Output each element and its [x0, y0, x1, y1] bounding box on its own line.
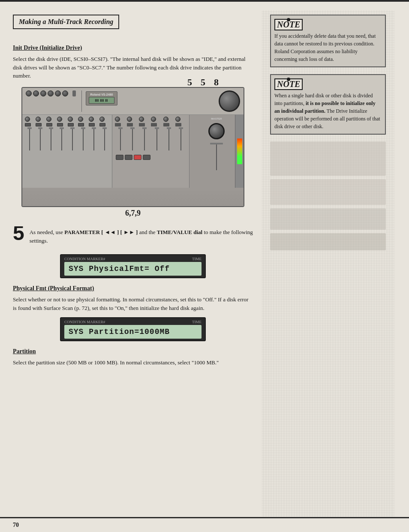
fader-strip-2 — [151, 127, 162, 150]
knob-5 — [55, 90, 61, 96]
ch-knob — [78, 117, 83, 122]
lcd-top-right-2: TIME — [192, 320, 201, 324]
channel-section-2 — [112, 115, 189, 188]
lcd-top-right-1: TIME — [192, 257, 201, 261]
btn2 — [175, 123, 181, 126]
fader-strip — [99, 127, 109, 150]
partition-heading: Partition — [13, 348, 253, 355]
fader-strip — [89, 127, 99, 150]
lcd-display-2: CONDITION MARKER# TIME SYS Partition=100… — [60, 317, 206, 341]
roland-corp-text: Roland Corporation — [274, 48, 316, 54]
fader-track-2 — [144, 129, 145, 150]
play-btn — [125, 155, 132, 160]
fader-tracks-2 — [115, 127, 186, 150]
large-dial — [219, 90, 240, 112]
fader-strip — [25, 127, 35, 150]
ch-knob — [57, 117, 62, 122]
ch-knob — [68, 117, 73, 122]
callout-5b: 5 — [201, 77, 205, 88]
header-box: Making a Multi-Track Recording — [13, 15, 119, 29]
content-area: Making a Multi-Track Recording Init Driv… — [0, 2, 409, 517]
btn2 — [127, 123, 133, 126]
sidebar-deco-3 — [270, 208, 386, 230]
master-fader-track — [216, 144, 217, 170]
btn-row-2 — [115, 123, 186, 126]
bottom-area: 70 — [0, 517, 409, 532]
ch-knob-2 — [127, 117, 132, 122]
btn — [78, 123, 84, 126]
fader-strip-2 — [175, 127, 186, 150]
step5-block: 5 As needed, use PARAMETER [ ◄◄ ] [ ►► ]… — [13, 226, 253, 246]
fader-track — [29, 129, 30, 150]
timevalue-label: TIME/VALUE dial — [157, 229, 202, 235]
note-dot-1 — [287, 18, 290, 21]
sidebar-content: NOTE If you accidentally delete data tha… — [262, 10, 394, 517]
ch-knob — [36, 117, 41, 122]
lcd-readout-1: SYS PhysicalFmt= Off — [64, 262, 201, 276]
ch-knob-2 — [163, 117, 168, 122]
fader-track — [93, 129, 94, 150]
physical-fmt-heading: Physical Fmt (Physical Format) — [13, 285, 253, 292]
partition-body: Select the partition size (500 MB or 100… — [13, 358, 253, 367]
ch-knob-2 — [115, 117, 120, 122]
device-image: Roland VS-2480 ▌▌▌ ▌▌▌ ▌▌ — [21, 87, 244, 207]
divider-1 — [81, 90, 82, 112]
parameter-label: PARAMETER [ ◄◄ ] [ ►► ] — [64, 229, 138, 235]
btn — [57, 123, 63, 126]
device-face: Roland VS-2480 ▌▌▌ ▌▌▌ ▌▌ — [22, 88, 244, 206]
page-container: Making a Multi-Track Recording Init Driv… — [0, 0, 409, 532]
knob-3 — [40, 90, 46, 96]
step5-text: As needed, use PARAMETER [ ◄◄ ] [ ►► ] a… — [13, 228, 253, 246]
btn — [25, 123, 31, 126]
fader-strip — [68, 127, 78, 150]
lcd-readout-2: SYS Partition=1000MB — [64, 325, 201, 339]
note1-body: If you accidentally delete data that you… — [274, 32, 382, 63]
page-number: 70 — [13, 522, 19, 529]
sidebar-deco-1 — [270, 141, 386, 176]
top-knobs: Roland VS-2480 ▌▌▌ ▌▌▌ ▌▌ — [22, 88, 244, 115]
sidebar-deco-4 — [270, 233, 386, 250]
ch-knob-2 — [151, 117, 156, 122]
master-label: MASTER — [211, 117, 222, 120]
master-knob — [72, 90, 76, 96]
knob-4 — [48, 90, 54, 96]
fader-strip-2 — [163, 127, 174, 150]
callout-numbers-top: 5 5 8 — [187, 77, 219, 88]
fader-section — [22, 115, 112, 188]
note-box-2: NOTE When a single hard disk or other di… — [270, 74, 386, 135]
page-title: Making a Multi-Track Recording — [19, 18, 113, 25]
note-box-1: NOTE If you accidentally delete data tha… — [270, 15, 386, 67]
ch-knob-2 — [139, 117, 144, 122]
fader-strip — [46, 127, 56, 150]
btn — [68, 123, 74, 126]
note-label-1: NOTE — [274, 19, 303, 30]
knob-2 — [33, 90, 39, 96]
channel-knobs-row — [25, 117, 109, 122]
fader-track — [72, 129, 73, 150]
btn2 — [115, 123, 121, 126]
ch-knob — [46, 117, 51, 122]
brand-name: Roland VS-2480 — [90, 93, 113, 96]
note-dot-2 — [287, 78, 290, 81]
knob-6 — [62, 90, 68, 96]
brand-area: Roland VS-2480 ▌▌▌ ▌▌▌ ▌▌ — [86, 90, 216, 112]
lcd-top-left-2: CONDITION MARKER# — [64, 320, 105, 324]
callout-8: 8 — [214, 77, 219, 88]
device-image-container: 5 5 8 — [13, 87, 253, 218]
rew-btn — [116, 155, 123, 160]
physical-fmt-body: Select whether or not to use physical fo… — [13, 295, 253, 312]
right-strip — [235, 115, 244, 188]
fader-tracks — [25, 127, 109, 150]
fader-track — [104, 129, 105, 150]
fader-track — [83, 129, 84, 150]
note2-body: When a single hard disk or other disk is… — [274, 92, 382, 130]
ch-knob — [25, 117, 30, 122]
fader-strip-2 — [115, 127, 126, 150]
btn — [36, 123, 42, 126]
master-section: MASTER — [189, 115, 244, 188]
vu-meter — [237, 138, 242, 164]
sidebar-deco-2 — [270, 179, 386, 205]
fader-track-2 — [180, 129, 181, 150]
brand-display: Roland VS-2480 ▌▌▌ ▌▌▌ ▌▌ — [86, 91, 117, 105]
note-icon-1: NOTE — [274, 19, 382, 30]
